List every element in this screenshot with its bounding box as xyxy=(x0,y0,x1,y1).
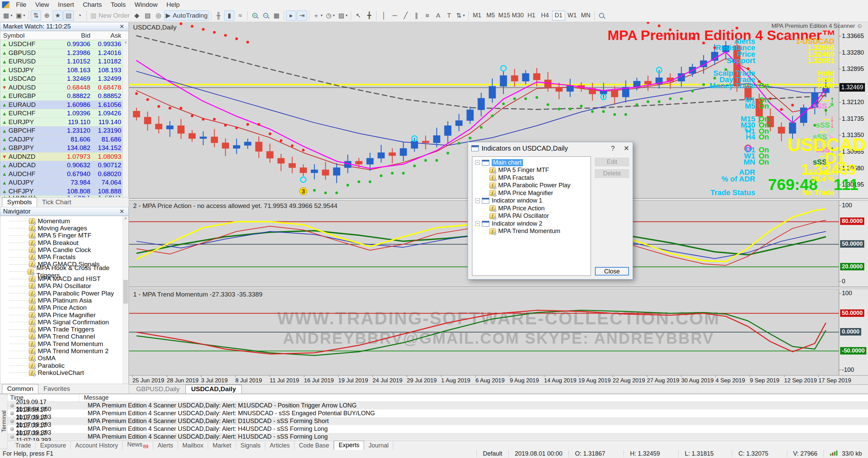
navigator-item[interactable]: ƒMPA Price Action xyxy=(0,304,128,311)
market-watch-scrollbar[interactable]: ∧ xyxy=(123,40,128,197)
navigator-item[interactable]: ƒMPA Trend Momentum 2 xyxy=(0,347,128,355)
navigator-item[interactable]: ƒParabolic xyxy=(0,362,128,369)
text-label-button[interactable]: T xyxy=(444,11,454,21)
terminal-button[interactable]: ▤ xyxy=(64,11,74,21)
navigator-item[interactable]: ƒMPA Platinum Asia xyxy=(0,297,128,304)
navigator-item[interactable]: ƒMPA Price Magnifier xyxy=(0,311,128,319)
autotrading-button[interactable]: ▶AutoTrading xyxy=(164,11,209,21)
delete-button[interactable]: Delete xyxy=(595,169,629,178)
navigator-item[interactable]: ƒMoving Averages xyxy=(0,225,128,232)
indicators-button[interactable]: ＋▾ xyxy=(311,11,324,21)
status-profile[interactable]: Default xyxy=(476,450,508,457)
market-watch-row-audcad[interactable]: ▲AUDCAD0.906320.90712 xyxy=(0,161,128,170)
templates-button[interactable]: ▨▾ xyxy=(337,11,349,21)
cursor-button[interactable]: ↖ xyxy=(353,11,363,21)
terminal-message-row[interactable]: 2019.09.17 11:07:19.393MPA Premium Editi… xyxy=(7,409,868,417)
market-watch-row-audusd[interactable]: ▼AUDUSD0.684480.68478 xyxy=(0,83,128,92)
menu-view[interactable]: View xyxy=(31,0,54,9)
community-button[interactable]: ◎ xyxy=(153,11,164,21)
periods-button[interactable]: ◷▾ xyxy=(325,11,336,21)
chart-tab-gbpusd-daily[interactable]: GBPUSD,Daily xyxy=(130,385,185,394)
market-watch-row-usdchf[interactable]: ▲USDCHF0.993060.99336 xyxy=(0,40,128,49)
timeframe-h4-button[interactable]: H4 xyxy=(539,11,551,20)
timeframe-w1-button[interactable]: W1 xyxy=(566,11,579,20)
candlestick-chart-button[interactable]: ▮ xyxy=(224,11,234,21)
market-watch-row-eurjpy[interactable]: ▲EURJPY119.110119.140 xyxy=(0,118,128,127)
terminal-message-row[interactable]: 2019.09.17 11:07:19.393MPA Premium Editi… xyxy=(7,425,868,433)
terminal-message-row[interactable]: 2019.09.17 11:08:04.960MPA Premium Editi… xyxy=(7,402,868,409)
tile-windows-button[interactable]: ▦ xyxy=(271,11,282,21)
market-watch-row-eurnzd[interactable]: ▲EURNZD1.729511.73071 xyxy=(0,196,128,197)
tree-node[interactable]: −Indicator window 1 xyxy=(474,197,589,205)
menu-tools[interactable]: Tools xyxy=(106,0,130,9)
text-button[interactable]: A xyxy=(433,11,443,21)
timeframe-m5-button[interactable]: M5 xyxy=(484,11,497,20)
terminal-tab-alerts[interactable]: Alerts xyxy=(153,441,178,450)
market-watch-row-eurgbp[interactable]: ▲EURGBP0.888220.88852 xyxy=(0,92,128,101)
auto-scroll-button[interactable]: ▸ xyxy=(286,11,296,21)
indicator2-scale[interactable]: 10050.00000.0000-50.0000-100 xyxy=(839,289,868,375)
price-scale[interactable]: 1.336651.332801.328951.325051.321201.317… xyxy=(839,22,868,198)
strategy-tester-button[interactable]: ◔ xyxy=(74,11,85,21)
tree-leaf[interactable]: ƒMPA Parabolic Power Play xyxy=(474,182,589,190)
market-watch-row-gbpjpy[interactable]: ▲GBPJPY134.082134.152 xyxy=(0,144,128,153)
timeframe-m15-button[interactable]: M15 xyxy=(498,11,511,20)
horizontal-line-button[interactable]: ─ xyxy=(390,11,400,21)
fibonacci-button[interactable]: ≡ xyxy=(422,11,432,21)
tree-node[interactable]: −Main chart xyxy=(474,159,589,167)
terminal-tab-exposure[interactable]: Exposure xyxy=(36,441,71,450)
market-watch-row-audjpy[interactable]: ▲AUDJPY73.98474.064 xyxy=(0,178,128,187)
tree-node[interactable]: −Indicator window 2 xyxy=(474,220,589,228)
dialog-title-bar[interactable]: Indicators on USDCAD,Daily ? ✕ xyxy=(468,142,633,154)
dialog-indicator-tree[interactable]: −Main chartƒMPA 5 Finger MTFƒMPA Fractal… xyxy=(472,156,591,276)
navigator-button[interactable]: ★ xyxy=(53,11,63,21)
tree-leaf[interactable]: ƒMPA PAI Oscillator xyxy=(474,212,589,220)
indicator1-scale[interactable]: 10080.000050.000020.00000 xyxy=(839,201,868,287)
column-header-bid[interactable]: Bid xyxy=(58,32,90,39)
tab-symbols[interactable]: Symbols xyxy=(2,197,37,207)
market-watch-row-gbpusd[interactable]: ▲GBPUSD1.239861.24016 xyxy=(0,49,128,58)
terminal-tab-mailbox[interactable]: Mailbox xyxy=(178,441,208,450)
navigator-item[interactable]: ƒMPA PAI Oscillator xyxy=(0,283,128,290)
terminal-tab-market[interactable]: Market xyxy=(208,441,236,450)
market-watch-row-audchf[interactable]: ▲AUDCHF0.679400.68020 xyxy=(0,170,128,179)
navigator-item[interactable]: ƒMPA Candle Clock xyxy=(0,246,128,253)
navigator-item[interactable]: ƒOsMA xyxy=(0,355,128,362)
market-watch-row-eurusd[interactable]: ▲EURUSD1.101521.10182 xyxy=(0,57,128,66)
navigator-item[interactable]: ƒMPA Hook & Cross Trade Triggers xyxy=(0,268,128,275)
date-axis[interactable]: 25 Jun 201928 Jun 20193 Jul 20198 Jul 20… xyxy=(129,376,868,385)
equidistant-channel-button[interactable]: ∥ xyxy=(411,11,421,21)
collapse-icon[interactable]: − xyxy=(475,160,480,165)
help-icon[interactable]: ? xyxy=(611,145,615,152)
terminal-tab-trade[interactable]: Trade xyxy=(11,441,36,450)
market-watch-button[interactable]: ⇅ xyxy=(31,11,41,21)
chart-tab-usdcad-daily[interactable]: USDCAD,Daily xyxy=(185,385,242,394)
tree-leaf[interactable]: ƒMPA Fractals xyxy=(474,174,589,182)
navigator-scrollbar[interactable]: ∧ xyxy=(123,216,128,384)
navigator-item[interactable]: ƒMPA Breakout xyxy=(0,239,128,246)
bar-chart-button[interactable]: ╫ xyxy=(213,11,223,21)
menu-insert[interactable]: Insert xyxy=(53,0,78,9)
market-watch-row-gbpchf[interactable]: ▲GBPCHF1.231201.23190 xyxy=(0,127,128,135)
navigator-item[interactable]: ƒMPA Parabolic Power Play xyxy=(0,290,128,297)
market-watch-row-audnzd[interactable]: ▼AUDNZD1.079731.08093 xyxy=(0,153,128,161)
new-order-button[interactable]: ▥New Order xyxy=(89,11,131,21)
timeframe-h1-button[interactable]: H1 xyxy=(525,11,538,20)
tree-leaf[interactable]: ƒMPA 5 Finger MTF xyxy=(474,167,589,174)
market-watch-row-eurchf[interactable]: ▲EURCHF1.093961.09426 xyxy=(0,109,128,118)
menu-window[interactable]: Window xyxy=(130,0,162,9)
collapse-icon[interactable]: − xyxy=(475,198,480,203)
vertical-line-button[interactable]: │ xyxy=(379,11,389,21)
menu-file[interactable]: File xyxy=(12,0,31,9)
profiles-button[interactable]: ▣▾ xyxy=(14,11,26,21)
metaeditor-button[interactable]: ◆ xyxy=(132,11,142,21)
column-header-message[interactable]: Message xyxy=(79,394,868,401)
terminal-tab-news[interactable]: News89 xyxy=(123,440,153,450)
terminal-tab-journal[interactable]: Journal xyxy=(364,441,393,450)
tree-leaf[interactable]: ƒMPA Price Magnifier xyxy=(474,189,589,197)
terminal-tab-experts[interactable]: Experts xyxy=(334,441,364,450)
chart-window-button[interactable]: ▧ xyxy=(143,11,153,21)
navigator-item[interactable]: ƒMPA Signal Confirmation xyxy=(0,319,128,326)
menu-charts[interactable]: Charts xyxy=(78,0,106,9)
navigator-item[interactable]: ƒMPA Trend Momentum xyxy=(0,340,128,347)
